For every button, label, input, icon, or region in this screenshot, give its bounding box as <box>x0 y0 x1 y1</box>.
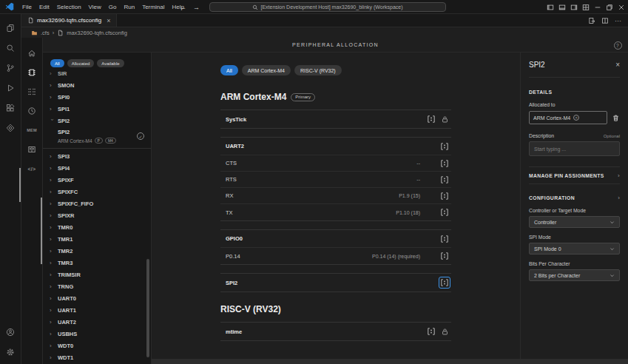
tree-item-uart2[interactable]: ›UART2 <box>43 316 151 328</box>
settings-icon[interactable] <box>0 342 21 362</box>
run-and-debug-icon[interactable] <box>0 78 21 98</box>
signal-row-p0-14[interactable]: P0.14P0.14 (14) (required) <box>220 248 451 264</box>
tree-subitem-spi2[interactable]: SPI2ARM Cortex-M4PM4✓ <box>43 127 151 149</box>
tree-item-tmr0[interactable]: ›TMR0 <box>43 221 151 233</box>
allocate-icon[interactable] <box>427 327 436 336</box>
tree-item-spi0[interactable]: ›SPI0 <box>43 91 151 103</box>
activity-bar-scrollbar[interactable] <box>19 168 21 202</box>
customize-layout-icon[interactable] <box>582 4 590 11</box>
tree-item-spi4[interactable]: ›SPI4 <box>43 162 151 174</box>
codefusion-studio-icon[interactable] <box>0 118 21 138</box>
tree-item-uart0[interactable]: ›UART0 <box>43 292 151 304</box>
tree-item-spi1[interactable]: ›SPI1 <box>43 103 151 115</box>
generate-code-icon[interactable]: </> <box>24 163 40 175</box>
explorer-icon[interactable] <box>0 18 21 38</box>
minimize-icon[interactable] <box>594 4 601 11</box>
configuration-section-header[interactable]: CONFIGURATION › <box>529 195 620 201</box>
tree-item-spixfc[interactable]: ›SPIXFC <box>43 186 151 198</box>
tree-item-trimsir[interactable]: ›TRIMSIR <box>43 269 151 280</box>
tree-scrollbar[interactable] <box>146 259 149 357</box>
tree-filter-allocated[interactable]: Allocated <box>67 59 95 67</box>
select-spi-mode[interactable]: SPI Mode 0 <box>529 243 620 255</box>
tree-item-tmr2[interactable]: ›TMR2 <box>43 245 151 257</box>
menu-view[interactable]: View <box>85 0 105 14</box>
tree-item-trng[interactable]: ›TRNG <box>43 280 151 292</box>
tree-item-smon[interactable]: ›SMON <box>43 79 151 91</box>
tree-item-sir[interactable]: ›SIR <box>43 72 151 79</box>
breadcrumb-file[interactable]: max32690-tqfn.cfsconfig <box>67 30 127 36</box>
allocated-check-icon[interactable]: ✓ <box>137 132 144 140</box>
close-icon[interactable] <box>618 4 625 11</box>
back-icon[interactable]: ← <box>180 4 186 11</box>
core-filter-arm-cortex-m4[interactable]: ARM Cortex-M4 <box>242 65 291 75</box>
extensions-icon[interactable] <box>0 98 21 118</box>
core-filter-all[interactable]: All <box>220 65 238 75</box>
toggle-panel-icon[interactable] <box>558 4 566 11</box>
tab-close-icon[interactable]: × <box>107 17 110 24</box>
menu-file[interactable]: File <box>18 0 36 14</box>
trash-icon[interactable] <box>612 114 620 122</box>
more-actions-icon[interactable]: ··· <box>615 17 621 24</box>
tree-item-spixf[interactable]: ›SPIXF <box>43 174 151 186</box>
tree-item-uart1[interactable]: ›UART1 <box>43 304 151 316</box>
tree-item-spi2[interactable]: ›SPI2 <box>43 115 151 127</box>
select-bits-per-character[interactable]: 2 Bits per Character <box>529 269 620 281</box>
tree-item-spixr[interactable]: ›SPIXR <box>43 209 151 221</box>
allocated-to-field[interactable]: ARM Cortex-M4 × <box>529 111 607 124</box>
peripheral-row-uart2[interactable]: UART2 <box>220 138 451 155</box>
core-filter-risc-v-rv32-[interactable]: RISC-V (RV32) <box>294 65 342 75</box>
forward-icon[interactable]: → <box>193 4 200 11</box>
peripheral-row-gpio0[interactable]: GPIO0 <box>220 230 451 248</box>
menu-selection[interactable]: Selection <box>53 0 85 14</box>
peripheral-row-mtime[interactable]: mtime <box>220 323 451 340</box>
tree-item-spixfc_fifo[interactable]: ›SPIXFC_FIFO <box>43 198 151 209</box>
breadcrumb-folder[interactable]: .cfs <box>41 30 50 36</box>
tree-item-tmr1[interactable]: ›TMR1 <box>43 233 151 245</box>
allocate-icon[interactable] <box>440 175 449 184</box>
search-icon[interactable] <box>0 38 21 58</box>
tree-filter-available[interactable]: Available <box>97 59 124 67</box>
memory-icon[interactable]: MEM <box>24 124 40 136</box>
registers-icon[interactable] <box>24 144 40 155</box>
manage-pin-assignments-link[interactable]: MANAGE PIN ASSIGNMENTS › <box>529 166 620 184</box>
menu-go[interactable]: Go <box>105 0 121 14</box>
description-input[interactable]: Start typing ... <box>529 141 620 156</box>
allocate-icon[interactable] <box>440 142 449 151</box>
tree-filter-all[interactable]: All <box>50 59 64 67</box>
allocate-icon-focused[interactable] <box>440 278 449 287</box>
allocate-icon[interactable] <box>440 235 449 243</box>
tree-item-usbhs[interactable]: ›USBHS <box>43 328 151 340</box>
tree-item-tmr3[interactable]: ›TMR3 <box>43 257 151 269</box>
select-controller-or-target-mode[interactable]: Controller <box>529 216 620 228</box>
allocate-icon[interactable] <box>427 115 436 124</box>
tree-item-wdt1[interactable]: ›WDT1 <box>43 351 151 363</box>
open-text-editor-icon[interactable] <box>588 17 595 24</box>
signal-row-tx[interactable]: TXP1.10 (18) <box>220 204 451 220</box>
split-editor-icon[interactable] <box>601 17 609 24</box>
toggle-primary-sidebar-icon[interactable] <box>547 4 554 11</box>
pin-config-icon[interactable] <box>24 86 40 98</box>
remove-allocation-icon[interactable]: × <box>573 115 579 121</box>
help-icon[interactable]: ? <box>614 41 622 50</box>
signal-row-rx[interactable]: RXP1.9 (15) <box>220 188 451 204</box>
horizontal-scrollbar[interactable] <box>152 359 628 364</box>
tree-item-spi3[interactable]: ›SPI3 <box>43 150 151 162</box>
menu-terminal[interactable]: Terminal <box>138 0 168 14</box>
source-control-icon[interactable] <box>0 58 21 78</box>
signal-row-cts[interactable]: CTS-- <box>220 155 451 172</box>
allocate-icon[interactable] <box>440 192 449 200</box>
tree-item-wdt0[interactable]: ›WDT0 <box>43 340 151 351</box>
allocate-icon[interactable] <box>440 252 449 260</box>
peripheral-row-spi2[interactable]: SPI2 <box>220 274 451 291</box>
allocate-icon[interactable] <box>440 159 449 168</box>
allocate-icon[interactable] <box>440 208 449 217</box>
peripheral-allocation-icon[interactable] <box>24 67 40 78</box>
clock-config-icon[interactable] <box>24 105 40 117</box>
menu-run[interactable]: Run <box>120 0 138 14</box>
command-center[interactable]: [Extension Development Host] max32690_bl… <box>209 2 446 12</box>
close-icon[interactable]: × <box>615 61 620 69</box>
toggle-secondary-sidebar-icon[interactable] <box>570 4 578 11</box>
signal-row-rts[interactable]: RTS-- <box>220 172 451 188</box>
menu-edit[interactable]: Edit <box>36 0 53 14</box>
accounts-icon[interactable] <box>0 322 21 342</box>
